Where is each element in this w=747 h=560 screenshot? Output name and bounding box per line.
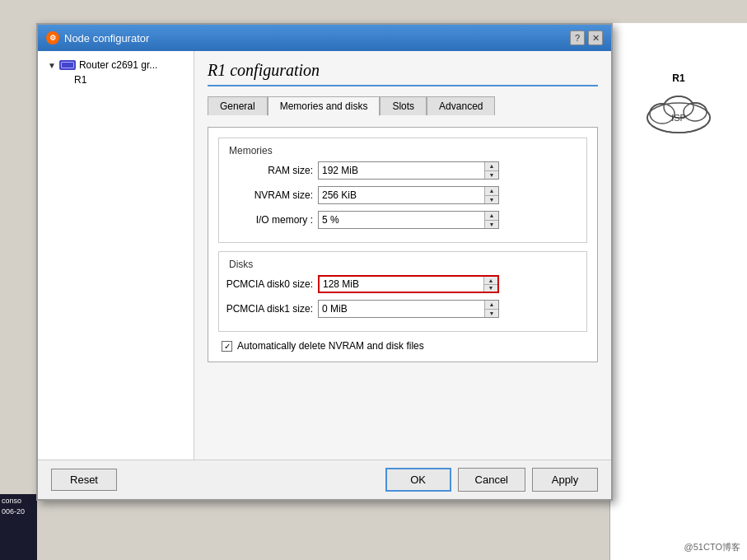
disk1-down-arrow[interactable]: ▼ bbox=[485, 310, 498, 318]
ram-spinner[interactable]: 192 MiB ▲ ▼ bbox=[318, 161, 499, 180]
tab-slots[interactable]: Slots bbox=[380, 96, 427, 115]
watermark: @51CTO博客 bbox=[684, 541, 740, 553]
nvram-down-arrow[interactable]: ▼ bbox=[485, 196, 498, 204]
console-line2: 006-20 bbox=[2, 506, 35, 517]
io-spinner[interactable]: 5 % ▲ ▼ bbox=[318, 211, 499, 229]
footer-left: Reset bbox=[51, 469, 117, 491]
tree-child-r1[interactable]: R1 bbox=[44, 72, 187, 86]
io-spinner-arrows[interactable]: ▲ ▼ bbox=[484, 212, 498, 228]
disk1-up-arrow[interactable]: ▲ bbox=[485, 301, 498, 310]
io-row: I/O memory : 5 % ▲ ▼ bbox=[222, 211, 577, 229]
tree-arrow-icon: ▼ bbox=[48, 61, 56, 70]
ram-row: RAM size: 192 MiB ▲ ▼ bbox=[222, 161, 577, 180]
auto-delete-label: Automatically delete NVRAM and disk file… bbox=[237, 340, 424, 352]
auto-delete-row: ✓ Automatically delete NVRAM and disk fi… bbox=[218, 340, 587, 352]
r1-label: R1 bbox=[672, 72, 684, 84]
ram-down-arrow[interactable]: ▼ bbox=[485, 171, 498, 180]
dialog-body: ▼ Router c2691 gr... R1 R1 configuration… bbox=[38, 51, 611, 460]
disk0-up-arrow[interactable]: ▲ bbox=[484, 277, 497, 285]
footer-right: OK Cancel Apply bbox=[385, 468, 598, 492]
content-panel: R1 configuration General Memories and di… bbox=[194, 51, 611, 460]
io-down-arrow[interactable]: ▼ bbox=[485, 221, 498, 229]
console-line1: conso bbox=[2, 496, 35, 506]
nvram-spinner[interactable]: 256 KiB ▲ ▼ bbox=[318, 186, 499, 204]
disk1-spinner-arrows[interactable]: ▲ ▼ bbox=[484, 301, 498, 317]
io-label: I/O memory : bbox=[222, 214, 313, 226]
node-configurator-dialog: ⚙ Node configurator ? ✕ ▼ Router c2691 g… bbox=[36, 23, 613, 501]
svg-text:ISP: ISP bbox=[671, 113, 686, 123]
nvram-spinner-arrows[interactable]: ▲ ▼ bbox=[484, 187, 498, 203]
close-button[interactable]: ✕ bbox=[588, 30, 603, 45]
tab-memories-and-disks[interactable]: Memories and disks bbox=[268, 96, 381, 116]
ok-button[interactable]: OK bbox=[385, 468, 451, 492]
disk1-label: PCMCIA disk1 size: bbox=[222, 303, 313, 315]
disk0-spinner-arrows[interactable]: ▲ ▼ bbox=[483, 277, 497, 292]
disk0-row: PCMCIA disk0 size: 128 MiB ▲ ▼ bbox=[222, 275, 577, 293]
apply-button[interactable]: Apply bbox=[532, 468, 598, 492]
console-area: conso 006-20 bbox=[0, 494, 37, 560]
router-label: Router c2691 gr... bbox=[79, 59, 157, 71]
router-icon bbox=[59, 60, 76, 70]
disk1-row: PCMCIA disk1 size: 0 MiB ▲ ▼ bbox=[222, 300, 577, 318]
disk0-down-arrow[interactable]: ▼ bbox=[484, 285, 497, 292]
tab-general[interactable]: General bbox=[208, 96, 268, 115]
memories-label: Memories bbox=[222, 145, 577, 156]
dialog-titlebar: ⚙ Node configurator ? ✕ bbox=[38, 25, 611, 51]
disk0-value: 128 MiB bbox=[320, 278, 483, 290]
memories-section: Memories RAM size: 192 MiB ▲ ▼ NVRAM si bbox=[218, 138, 587, 243]
disk0-label: PCMCIA disk0 size: bbox=[222, 278, 313, 290]
disk1-spinner[interactable]: 0 MiB ▲ ▼ bbox=[318, 300, 499, 318]
tabs-row: General Memories and disks Slots Advance… bbox=[208, 96, 598, 115]
nvram-label: NVRAM size: bbox=[222, 189, 313, 201]
disks-section: Disks PCMCIA disk0 size: 128 MiB ▲ ▼ bbox=[218, 251, 587, 332]
config-title: R1 configuration bbox=[208, 61, 598, 86]
io-value: 5 % bbox=[319, 214, 484, 226]
help-button[interactable]: ? bbox=[570, 30, 585, 45]
dialog-title-left: ⚙ Node configurator bbox=[46, 31, 149, 44]
nvram-up-arrow[interactable]: ▲ bbox=[485, 187, 498, 196]
ram-label: RAM size: bbox=[222, 165, 313, 176]
disk1-value: 0 MiB bbox=[319, 303, 484, 315]
network-diagram: R1 ISP bbox=[609, 23, 747, 560]
ram-spinner-arrows[interactable]: ▲ ▼ bbox=[484, 162, 498, 179]
router-icon-inner bbox=[61, 62, 74, 68]
reset-button[interactable]: Reset bbox=[51, 469, 117, 491]
tree-router-item[interactable]: ▼ Router c2691 gr... bbox=[44, 58, 187, 72]
tab-advanced[interactable]: Advanced bbox=[427, 96, 495, 115]
dialog-footer: Reset OK Cancel Apply bbox=[38, 460, 611, 499]
ram-value: 192 MiB bbox=[319, 165, 484, 176]
disk0-spinner[interactable]: 128 MiB ▲ ▼ bbox=[318, 275, 499, 293]
ram-up-arrow[interactable]: ▲ bbox=[485, 162, 498, 171]
auto-delete-checkbox[interactable]: ✓ bbox=[222, 341, 232, 352]
cancel-button[interactable]: Cancel bbox=[458, 468, 525, 492]
disks-label: Disks bbox=[222, 259, 577, 270]
checkbox-check-icon: ✓ bbox=[224, 342, 231, 351]
nvram-row: NVRAM size: 256 KiB ▲ ▼ bbox=[222, 186, 577, 204]
tree-panel: ▼ Router c2691 gr... R1 bbox=[38, 51, 194, 460]
isp-cloud: ISP bbox=[642, 89, 716, 134]
nvram-value: 256 KiB bbox=[319, 189, 484, 201]
dialog-controls[interactable]: ? ✕ bbox=[570, 30, 603, 45]
io-up-arrow[interactable]: ▲ bbox=[485, 212, 498, 221]
dialog-app-icon: ⚙ bbox=[46, 31, 59, 44]
dialog-title: Node configurator bbox=[64, 32, 149, 44]
tab-content: Memories RAM size: 192 MiB ▲ ▼ NVRAM si bbox=[208, 127, 598, 362]
